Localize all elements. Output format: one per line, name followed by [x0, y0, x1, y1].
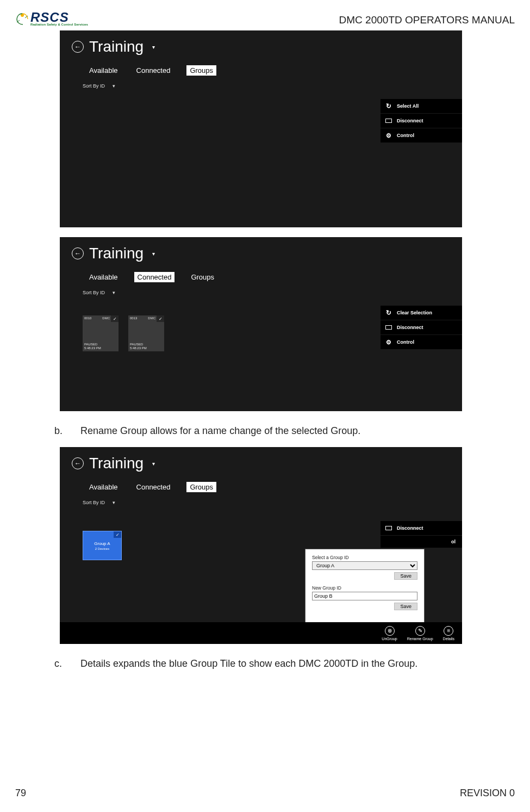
details-icon: ≡ — [444, 626, 453, 636]
logo-mark-icon — [15, 11, 29, 26]
tile-id: 0013 — [130, 317, 137, 320]
back-icon[interactable]: ← — [72, 457, 84, 469]
action-label: Disconnect — [397, 325, 423, 330]
action-label: ol — [451, 539, 456, 544]
tab-available[interactable]: Available — [87, 482, 120, 492]
action-clear-selection[interactable]: Clear Selection — [381, 306, 462, 320]
revision-label: REVISION 0 — [460, 788, 515, 799]
select-group-dropdown[interactable]: Group A — [312, 561, 417, 570]
tab-groups[interactable]: Groups — [189, 272, 216, 282]
action-label: Control — [397, 339, 414, 345]
tile-id: 0010 — [84, 317, 91, 320]
tile-time: 5:48:23 PM — [84, 346, 101, 350]
app-title: Training — [89, 455, 144, 472]
app-title: Training — [89, 245, 144, 262]
tab-bar: Available Connected Groups — [60, 474, 462, 492]
device-tile[interactable]: 0013 DMC PAUSED5:48:23 PM — [128, 315, 164, 351]
action-disconnect[interactable]: Disconnect — [381, 114, 462, 128]
tab-connected[interactable]: Connected — [134, 272, 175, 282]
tile-time: 5:48:23 PM — [130, 346, 147, 350]
tile-state: PAUSED — [130, 343, 143, 346]
action-disconnect[interactable]: Disconnect — [381, 320, 462, 335]
refresh-icon — [385, 102, 392, 110]
cmd-details[interactable]: ≡ Details — [443, 626, 454, 641]
new-group-input[interactable] — [312, 592, 417, 600]
page-header: RSCS Radiation Safety & Control Services… — [0, 11, 530, 30]
action-label: Clear Selection — [397, 310, 432, 315]
sort-label: Sort By ID — [83, 500, 105, 505]
tab-bar: Available Connected Groups — [60, 264, 462, 282]
device-tile-list: 0010 DMC PAUSED5:48:23 PM 0013 DMC PAUSE… — [83, 315, 164, 351]
cmd-label: UnGroup — [382, 637, 397, 641]
tab-bar: Available Connected Groups — [60, 58, 462, 76]
check-icon — [157, 315, 164, 322]
tab-connected[interactable]: Connected — [134, 482, 173, 492]
device-tile[interactable]: 0010 DMC PAUSED5:48:23 PM — [83, 315, 119, 351]
group-tile[interactable]: Group A 2 Devices — [83, 531, 122, 560]
cmd-label: Details — [443, 637, 454, 641]
gear-icon — [385, 132, 392, 139]
tile-state: PAUSED — [84, 343, 97, 346]
logo-subtitle: Radiation Safety & Control Services — [30, 23, 88, 26]
action-label: Disconnect — [397, 118, 423, 123]
sort-dropdown[interactable]: Sort By ID ▾ — [60, 76, 462, 89]
save-button[interactable]: Save — [394, 603, 417, 610]
chevron-down-icon[interactable]: ▾ — [152, 251, 155, 257]
sort-dropdown[interactable]: Sort By ID ▾ — [60, 282, 462, 295]
action-control[interactable]: Control — [381, 335, 462, 350]
screenshot-connected-tiles: ← Training ▾ Available Connected Groups … — [60, 237, 462, 411]
tab-groups[interactable]: Groups — [186, 65, 216, 76]
cmd-ungroup[interactable]: ⊗ UnGroup — [382, 626, 397, 641]
sort-label: Sort By ID — [83, 290, 105, 295]
list-text: Rename Group allows for a name change of… — [80, 424, 360, 437]
page-footer: 79 REVISION 0 — [15, 788, 515, 799]
action-control-partial[interactable]: ol — [381, 536, 462, 548]
side-action-bar: Select All Disconnect Control — [381, 99, 462, 143]
app-title: Training — [89, 38, 144, 55]
back-icon[interactable]: ← — [72, 41, 84, 53]
sort-dropdown[interactable]: Sort By ID ▾ — [60, 492, 462, 505]
tab-available[interactable]: Available — [87, 272, 120, 282]
refresh-icon — [385, 309, 392, 317]
disconnect-icon — [385, 324, 392, 331]
save-button[interactable]: Save — [394, 572, 417, 580]
document-title: DMC 2000TD OPERATORS MANUAL — [339, 11, 515, 26]
tab-available[interactable]: Available — [87, 65, 120, 76]
list-marker: b. — [54, 424, 67, 437]
side-action-bar: Clear Selection Disconnect Control — [381, 306, 462, 350]
logo-text: RSCS — [30, 11, 88, 24]
list-item-b: b. Rename Group allows for a name change… — [54, 424, 470, 437]
group-name: Group A — [94, 541, 110, 546]
rename-icon: ✎ — [415, 626, 425, 636]
disconnect-icon — [385, 524, 392, 532]
gear-icon — [385, 338, 392, 346]
sort-label: Sort By ID — [83, 83, 105, 89]
list-item-c: c. Details expands the blue Group Tile t… — [54, 657, 470, 670]
chevron-down-icon: ▾ — [113, 290, 115, 295]
logo: RSCS Radiation Safety & Control Services — [15, 11, 88, 26]
new-group-label: New Group ID — [312, 585, 417, 591]
select-group-label: Select a Group ID — [312, 555, 417, 560]
tile-type: DMC — [148, 317, 155, 320]
action-select-all[interactable]: Select All — [381, 99, 462, 114]
cmd-rename-group[interactable]: ✎ Rename Group — [407, 626, 433, 641]
chevron-down-icon: ▾ — [113, 83, 115, 89]
chevron-down-icon[interactable]: ▾ — [152, 44, 155, 50]
action-disconnect[interactable]: Disconnect — [381, 521, 462, 536]
action-control[interactable]: Control — [381, 128, 462, 143]
chevron-down-icon: ▾ — [113, 500, 115, 505]
check-icon — [111, 315, 119, 322]
check-icon — [114, 531, 121, 538]
action-label: Disconnect — [397, 525, 423, 531]
screenshot-rename-group: ← Training ▾ Available Connected Groups … — [60, 447, 462, 644]
command-bar: ⊗ UnGroup ✎ Rename Group ≡ Details — [60, 622, 462, 644]
disconnect-icon — [385, 117, 392, 125]
tab-connected[interactable]: Connected — [134, 65, 173, 76]
screenshot-groups-empty: ← Training ▾ Available Connected Groups … — [60, 30, 462, 227]
chevron-down-icon[interactable]: ▾ — [152, 461, 155, 467]
tab-groups[interactable]: Groups — [186, 482, 216, 492]
tile-type: DMC — [102, 317, 110, 320]
rename-group-modal: Select a Group ID Group A Save New Group… — [305, 549, 424, 622]
group-sub: 2 Devices — [95, 547, 109, 550]
back-icon[interactable]: ← — [72, 247, 84, 259]
